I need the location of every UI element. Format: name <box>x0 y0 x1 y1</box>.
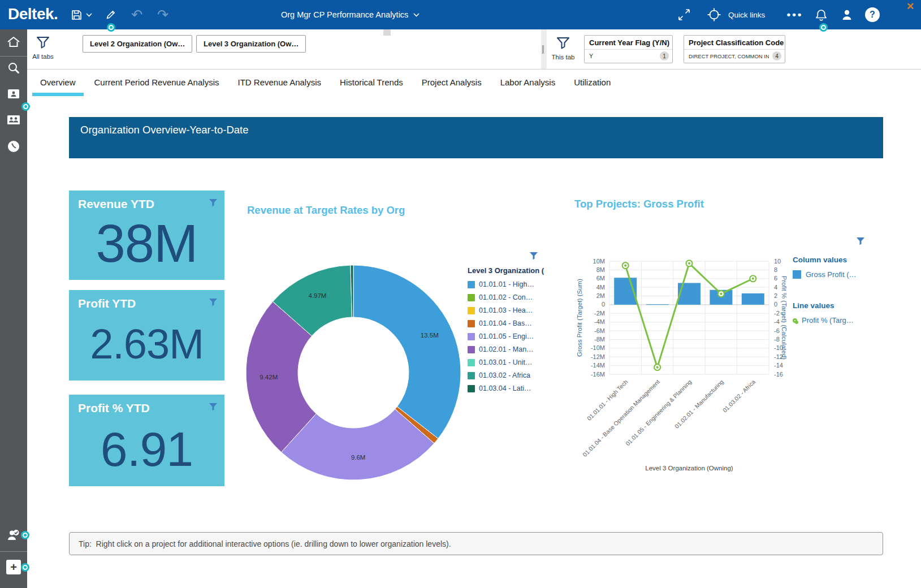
tab-filter-project-classification[interactable]: Project Classification Code DIRECT PROJE… <box>684 35 785 63</box>
legend-label: 01.01.04 - Bas… <box>479 319 532 327</box>
coachmark-dot[interactable] <box>821 25 826 30</box>
legend-item[interactable]: 01.01.02 - Con… <box>468 293 558 301</box>
quick-links-button[interactable]: Quick links <box>707 0 765 29</box>
tab-filter-current-year-flag[interactable]: Current Year Flag (Y/N) Y 1 <box>584 35 673 63</box>
tab-project-analysis[interactable]: Project Analysis <box>414 70 490 96</box>
my-content-icon <box>7 88 20 100</box>
tab-historical-trends[interactable]: Historical Trends <box>332 70 411 96</box>
left-axis-tick: 8M <box>596 266 605 273</box>
legend-item[interactable]: 01.01.01 - High… <box>468 280 558 288</box>
more-options-button[interactable]: ••• <box>784 0 806 29</box>
line-marker-dot <box>752 278 754 280</box>
right-axis-tick: 10 <box>774 258 781 265</box>
left-axis-tick: -12M <box>591 353 605 360</box>
bar[interactable] <box>678 283 701 304</box>
revenue-donut-chart[interactable]: 13.5M9.6M9.42M4.97M <box>237 243 469 486</box>
filter-chip-level2-org[interactable]: Level 2 Organization (Ow… <box>83 35 192 53</box>
gross-profit-combo-chart[interactable]: 10M108M86M64M42M200-2M-2-4M-4-6M-6-8M-8-… <box>574 243 792 478</box>
account-button[interactable] <box>839 0 855 29</box>
left-axis-tick: 2M <box>596 292 605 299</box>
all-tabs-filter-button[interactable]: All tabs <box>28 36 58 60</box>
legend-swatch <box>793 270 801 279</box>
bar[interactable] <box>742 293 764 305</box>
tab-itd-revenue-analysis[interactable]: ITD Revenue Analysis <box>230 70 329 96</box>
filter-funnel-icon[interactable] <box>209 298 218 309</box>
legend-label: 01.01.01 - High… <box>479 280 534 288</box>
legend-item[interactable]: 01.01.03 - Hea… <box>468 306 558 314</box>
left-axis-tick: -10M <box>591 344 605 351</box>
legend-item-gross-profit[interactable]: Gross Profit (… <box>793 270 889 279</box>
left-axis-tick: 10M <box>593 258 605 265</box>
kpi-card-revenue-ytd[interactable]: Revenue YTD 38M <box>69 191 224 280</box>
line-values-header: Line values <box>793 301 889 310</box>
coachmark-dot[interactable] <box>109 25 114 30</box>
tab-labor-analysis[interactable]: Labor Analysis <box>492 70 564 96</box>
legend-item[interactable]: 01.03.04 - Lati… <box>468 384 558 392</box>
legend-item[interactable]: 01.01.04 - Bas… <box>468 319 558 327</box>
this-tab-filter-button[interactable]: This tab <box>548 36 578 60</box>
bar[interactable] <box>646 304 669 305</box>
redo-icon: ↷ <box>157 7 168 23</box>
legend-item[interactable]: 01.03.02 - Africa <box>468 371 558 379</box>
kpi-card-profit-pct-ytd[interactable]: Profit % YTD 6.91 <box>69 395 224 486</box>
coachmark-dot[interactable] <box>23 565 28 570</box>
right-axis-tick: -4 <box>774 318 780 325</box>
kpi-value: 6.91 <box>69 414 224 484</box>
legend-swatch <box>468 320 475 327</box>
legend-item[interactable]: 01.01.05 - Engi… <box>468 332 558 340</box>
kpi-value: 2.63M <box>69 309 224 378</box>
legend-swatch <box>468 385 475 392</box>
kpi-card-profit-ytd[interactable]: Profit YTD 2.63M <box>69 290 224 381</box>
legend-item[interactable]: 01.03.01 - Unit… <box>468 358 558 366</box>
right-axis-tick: 4 <box>774 284 777 291</box>
filterbar-divider[interactable] <box>541 29 547 69</box>
combo-legend: Column valuesGross Profit (…Line valuesP… <box>793 256 889 325</box>
filter-chip-level3-org[interactable]: Level 3 Organization (Ow… <box>196 35 306 53</box>
right-axis-tick: 6 <box>774 275 777 282</box>
tab-current-period-revenue-analysis[interactable]: Current Period Revenue Analysis <box>87 70 227 96</box>
sidebar-item-recent[interactable] <box>0 140 27 153</box>
donut-slice[interactable] <box>353 265 461 439</box>
profit-line <box>625 263 753 368</box>
legend-item-profit-pct[interactable]: Profit % (Targ… <box>793 316 889 325</box>
left-axis-tick: -16M <box>591 371 605 378</box>
kpi-title: Revenue YTD <box>78 197 154 211</box>
right-axis-tick: -14 <box>774 362 783 369</box>
sidebar-item-my-content[interactable] <box>0 88 27 100</box>
save-button[interactable] <box>69 0 84 29</box>
line-marker-dot <box>656 366 659 369</box>
help-button[interactable]: ? <box>864 0 881 29</box>
filterbar-scrollbar[interactable] <box>383 29 391 36</box>
tab-utilization[interactable]: Utilization <box>566 70 619 96</box>
coachmark-dot[interactable] <box>23 104 28 109</box>
sidebar-item-home[interactable] <box>0 35 27 49</box>
sidebar-item-team-content[interactable] <box>0 114 27 126</box>
filter-funnel-icon[interactable] <box>209 198 218 209</box>
legend-label: 01.03.01 - Unit… <box>479 358 533 366</box>
topbar: Deltek. ↶ ↷ Org Mgr CP Performance Analy… <box>0 0 921 29</box>
legend-item[interactable]: 01.02.01 - Man… <box>468 345 558 353</box>
notifications-button[interactable] <box>813 0 829 29</box>
undo-button[interactable]: ↶ <box>129 0 145 29</box>
right-axis-tick: 8 <box>774 266 777 273</box>
filter-funnel-icon[interactable] <box>529 252 538 262</box>
coachmark-dot[interactable] <box>23 533 28 538</box>
tip-bar: Tip: Right click on a project for additi… <box>69 532 883 555</box>
tab-overview[interactable]: Overview <box>32 70 84 96</box>
report-title: Org Mgr CP Performance Analytics <box>281 10 408 19</box>
filter-funnel-icon[interactable] <box>856 237 865 248</box>
donut-slice-label: 4.97M <box>308 292 326 299</box>
legend-swatch <box>468 281 475 288</box>
sidebar-item-search[interactable] <box>0 61 27 75</box>
right-axis-label: Profit % (Target) (Calculated) <box>781 276 788 360</box>
close-icon[interactable]: ✕ <box>906 1 914 12</box>
banner-title: Organization Overview-Year-to-Date <box>80 124 249 136</box>
redo-button[interactable]: ↷ <box>155 0 171 29</box>
filter-funnel-icon[interactable] <box>209 403 218 413</box>
save-menu-button[interactable] <box>85 0 93 29</box>
fullscreen-button[interactable] <box>676 0 692 29</box>
quick-links-label: Quick links <box>728 11 765 19</box>
deltek-logo: Deltek. <box>8 5 58 23</box>
report-title-menu[interactable]: Org Mgr CP Performance Analytics <box>281 0 420 29</box>
legend-label: 01.03.04 - Lati… <box>479 384 531 392</box>
